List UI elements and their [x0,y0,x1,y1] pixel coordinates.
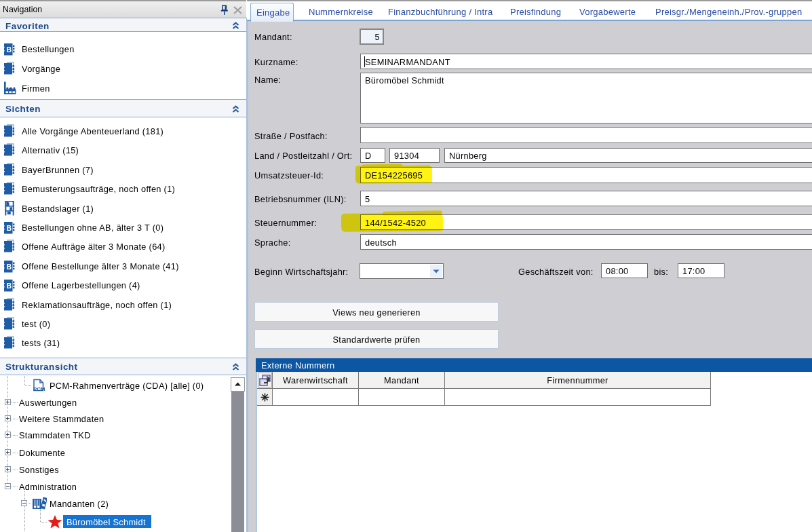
svg-text:PCM: PCM [33,386,45,392]
